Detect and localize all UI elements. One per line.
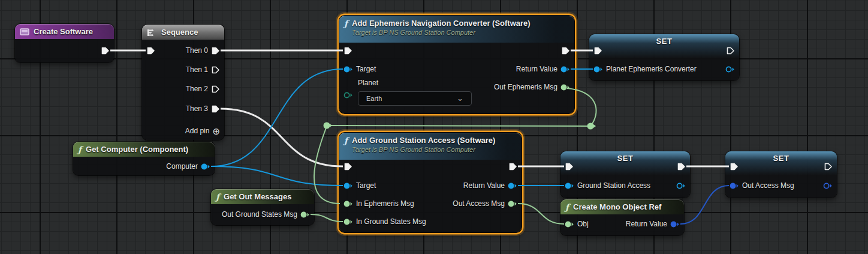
pin-exec-out[interactable]: [101, 44, 110, 57]
wire-obj-computer-target1[interactable]: [211, 69, 343, 166]
exec-pin-icon[interactable]: [824, 162, 833, 171]
pin-out-ground[interactable]: Out Ground States Msg: [222, 208, 310, 221]
object-pin-icon[interactable]: [201, 163, 210, 171]
message-pin-icon[interactable]: [343, 200, 353, 208]
wire-msg-outaccess-obj[interactable]: [518, 204, 564, 224]
pin-target[interactable]: Target: [343, 179, 376, 192]
exec-pin-icon[interactable]: [593, 46, 602, 55]
pin-exec-in[interactable]: [730, 160, 739, 173]
exec-pin-icon[interactable]: [730, 162, 739, 171]
node-header[interactable]: ƒAdd Ephemeris Navigation Converter (Sof…: [339, 16, 574, 43]
exec-pin-icon[interactable]: [508, 162, 517, 171]
node-create-mono[interactable]: ƒCreate Mono Object RefObjReturn Value: [560, 199, 684, 235]
exec-pin-icon[interactable]: [101, 46, 110, 55]
message-pin-icon[interactable]: [565, 220, 574, 228]
object-pin-icon[interactable]: [343, 65, 353, 73]
node-set-oam[interactable]: SETOut Access Msg: [725, 151, 837, 198]
pin-exec-in[interactable]: [146, 44, 155, 57]
exec-pin-icon[interactable]: [726, 46, 735, 55]
pin-then1[interactable]: Then 1: [186, 63, 220, 76]
object-pin-icon[interactable]: [725, 65, 735, 73]
pin-return[interactable]: Return Value: [516, 62, 570, 76]
node-get-computer[interactable]: ƒGet Computer (Component)Computer: [73, 142, 215, 175]
pin-exec-in[interactable]: [565, 160, 574, 173]
exec-pin-icon[interactable]: [677, 162, 686, 171]
node-sequence[interactable]: SequenceThen 0Then 1Then 2Then 3⊕Add pin: [142, 25, 224, 140]
exec-pin-icon[interactable]: [146, 46, 155, 55]
wire-obj-computer-target2[interactable]: [211, 166, 343, 186]
pin-exec-in[interactable]: [343, 160, 352, 173]
pin-planet[interactable]: [343, 88, 353, 101]
pin-exec-in[interactable]: [593, 44, 602, 57]
wire-msg-reroute1-reroute2[interactable]: [327, 125, 590, 126]
pin-then3[interactable]: Then 3: [186, 102, 220, 115]
pin-var-out[interactable]: [725, 62, 735, 76]
pin-var-out[interactable]: [676, 179, 686, 192]
object-pin-icon[interactable]: [508, 182, 517, 190]
object-pin-icon[interactable]: [593, 65, 603, 73]
message-pin-icon[interactable]: [300, 211, 310, 219]
node-header[interactable]: ƒCreate Mono Object Ref: [560, 199, 684, 214]
pin-return[interactable]: Return Value: [463, 179, 517, 192]
exec-pin-icon[interactable]: [343, 46, 352, 55]
blueprint-graph-canvas[interactable]: Create SoftwareSequenceThen 0Then 1Then …: [0, 0, 868, 254]
exec-pin-icon[interactable]: [211, 104, 220, 113]
node-add-ground[interactable]: ƒAdd Ground Station Access (Software)Tar…: [339, 133, 522, 232]
exec-pin-icon[interactable]: [211, 65, 220, 74]
node-get-out-messages[interactable]: ƒGet Out MessagesOut Ground States Msg: [211, 189, 314, 225]
pin-return[interactable]: Return Value: [626, 217, 680, 231]
exec-pin-icon[interactable]: [343, 162, 352, 171]
exec-pin-icon[interactable]: [211, 46, 220, 55]
node-set-gsa[interactable]: SETGround Station Access: [560, 151, 690, 198]
pin-obj[interactable]: Obj: [565, 217, 589, 231]
pin-computer[interactable]: Computer: [166, 160, 210, 173]
pin-addpin[interactable]: ⊕Add pin: [185, 124, 220, 138]
node-header[interactable]: Sequence: [142, 25, 224, 40]
node-header[interactable]: ƒGet Computer (Component): [73, 142, 215, 157]
object-pin-icon[interactable]: [565, 182, 574, 190]
wire-msg-reroute2-ineph[interactable]: [314, 128, 340, 204]
message-pin-icon[interactable]: [508, 200, 517, 208]
pin-var-in[interactable]: Planet Ephemeris Converter: [593, 62, 697, 76]
pin-then0[interactable]: Then 0: [186, 44, 220, 57]
exec-pin-icon[interactable]: [211, 85, 220, 94]
node-add-ephemeris[interactable]: ƒAdd Ephemeris Navigation Converter (Sof…: [339, 16, 574, 113]
object-pin-icon[interactable]: [343, 182, 353, 190]
node-header[interactable]: ƒAdd Ground Station Access (Software)Tar…: [339, 133, 522, 160]
mono-pin-icon[interactable]: [823, 182, 833, 190]
pin-var-in[interactable]: Out Access Msg: [730, 179, 794, 192]
pin-out-access[interactable]: Out Access Msg: [453, 197, 517, 210]
node-create-software[interactable]: Create Software: [15, 24, 114, 62]
node-header[interactable]: Create Software: [15, 24, 114, 39]
pin-then2[interactable]: Then 2: [186, 82, 220, 95]
wire-msg-outground-inground[interactable]: [311, 214, 343, 222]
pin-exec-out[interactable]: [726, 44, 735, 57]
message-pin-icon[interactable]: [343, 218, 353, 226]
planet-dropdown[interactable]: Earth⌄: [358, 91, 472, 106]
mono-pin-icon[interactable]: [730, 182, 739, 190]
pin-exec-out[interactable]: [508, 160, 517, 173]
object-pin-icon[interactable]: [676, 182, 686, 190]
pin-target[interactable]: Target: [343, 62, 376, 76]
message-pin-icon[interactable]: [560, 83, 570, 91]
pin-exec-in[interactable]: [343, 44, 352, 57]
exec-pin-icon[interactable]: [565, 162, 574, 171]
pin-var-in[interactable]: Ground Station Access: [565, 179, 650, 192]
node-header[interactable]: ƒGet Out Messages: [211, 189, 314, 204]
pin-exec-out[interactable]: [824, 160, 833, 173]
mono-pin-icon[interactable]: [670, 220, 680, 228]
add-pin-icon[interactable]: ⊕: [212, 127, 220, 136]
wire-exec-then3-ground[interactable]: [221, 109, 343, 166]
node-set-planet[interactable]: SETPlanet Ephemeris Converter: [589, 34, 739, 80]
enum-pin-icon[interactable]: [343, 91, 353, 99]
pin-out-eph[interactable]: Out Ephemeris Msg: [494, 80, 570, 94]
pin-exec-out[interactable]: [561, 44, 570, 57]
pin-exec-out[interactable]: [677, 160, 686, 173]
reroute-left-reroute-node[interactable]: [324, 122, 333, 129]
pin-in-ground[interactable]: In Ground States Msg: [343, 215, 426, 228]
exec-pin-icon[interactable]: [561, 46, 570, 55]
pin-in-eph[interactable]: In Ephemeris Msg: [343, 197, 414, 210]
reroute-right-reroute-node[interactable]: [587, 123, 596, 130]
pin-var-out[interactable]: [823, 179, 833, 192]
object-pin-icon[interactable]: [560, 65, 570, 73]
